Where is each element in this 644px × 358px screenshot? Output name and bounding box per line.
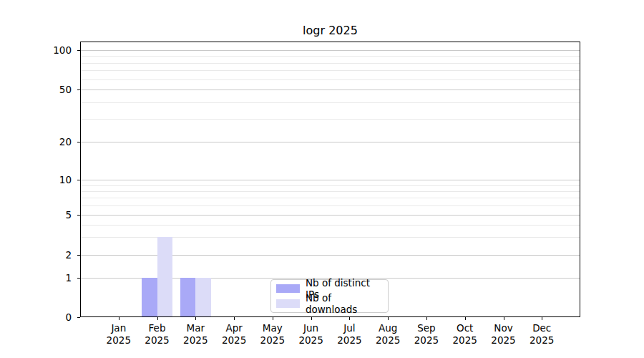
y-gridline-major <box>81 50 580 51</box>
x-tick-label: Apr2025 <box>213 322 255 347</box>
x-tick-mark <box>504 317 504 320</box>
chart-title: logr 2025 <box>80 24 580 37</box>
legend-item-downloads: Nb of downloads <box>276 296 382 311</box>
y-tick-mark <box>77 142 80 142</box>
figure: logr 2025 Nb of distinct IPs Nb of downl… <box>0 0 644 358</box>
x-tick-mark <box>311 317 312 320</box>
x-tick-label: Jan2025 <box>97 322 140 347</box>
x-tick-mark <box>119 317 119 320</box>
y-tick-label: 50 <box>0 83 72 96</box>
y-gridline-major <box>81 215 580 216</box>
x-tick-mark <box>273 317 273 320</box>
y-tick-label: 5 <box>0 208 72 221</box>
y-gridline-minor <box>81 225 580 226</box>
y-gridline-major <box>81 90 580 90</box>
y-gridline-major <box>81 255 580 256</box>
y-tick-mark <box>77 90 80 90</box>
y-gridline-minor <box>81 56 580 57</box>
y-tick-label: 20 <box>0 135 72 148</box>
x-tick-label: May2025 <box>251 322 294 347</box>
x-tick-mark <box>426 317 427 320</box>
x-tick-mark <box>349 317 350 320</box>
y-tick-label: 2 <box>0 248 72 261</box>
y-gridline-minor <box>81 70 580 71</box>
x-tick-label: Mar2025 <box>174 322 217 347</box>
x-tick-label: Feb2025 <box>136 322 179 347</box>
x-tick-mark <box>195 317 196 320</box>
bar-mar-downloads <box>195 278 211 316</box>
x-tick-mark <box>465 317 466 320</box>
y-gridline-minor <box>81 63 580 64</box>
x-tick-label: Jul2025 <box>328 322 371 347</box>
y-gridline-minor <box>81 119 580 120</box>
y-gridline-minor <box>81 185 580 186</box>
y-gridline-minor <box>81 198 580 198</box>
legend-swatch-downloads-icon <box>276 299 300 308</box>
x-tick-label: Jun2025 <box>290 322 333 347</box>
y-gridline-minor <box>81 205 580 206</box>
y-tick-label: 0 <box>0 311 72 324</box>
x-tick-label: Nov2025 <box>482 322 525 347</box>
bar-feb-downloads <box>157 237 173 316</box>
y-tick-mark <box>77 317 80 318</box>
y-gridline-minor <box>81 237 580 238</box>
y-tick-mark <box>77 50 80 51</box>
y-gridline-minor <box>81 79 580 80</box>
bar-feb-distinct-ips <box>142 278 157 316</box>
legend-label-downloads: Nb of downloads <box>306 292 382 315</box>
x-tick-mark <box>388 317 389 320</box>
y-tick-label: 1 <box>0 271 72 284</box>
y-gridline-major <box>81 142 580 142</box>
y-gridline-minor <box>81 191 580 192</box>
y-gridline-major <box>81 180 580 180</box>
y-tick-mark <box>77 278 80 279</box>
y-tick-mark <box>77 215 80 216</box>
x-tick-label: Dec2025 <box>520 322 563 347</box>
x-tick-mark <box>542 317 542 320</box>
y-tick-mark <box>77 180 80 180</box>
y-gridline-minor <box>81 102 580 103</box>
x-tick-label: Oct2025 <box>444 322 487 347</box>
x-tick-label: Aug2025 <box>366 322 409 347</box>
x-tick-mark <box>234 317 235 320</box>
x-tick-label: Sep2025 <box>405 322 448 347</box>
y-tick-label: 100 <box>0 44 72 57</box>
y-tick-mark <box>77 255 80 256</box>
legend-swatch-distinct-ips-icon <box>276 284 300 293</box>
y-tick-label: 10 <box>0 173 72 186</box>
bar-mar-distinct-ips <box>180 278 196 316</box>
legend: Nb of distinct IPs Nb of downloads <box>270 279 389 313</box>
x-tick-mark <box>157 317 158 320</box>
